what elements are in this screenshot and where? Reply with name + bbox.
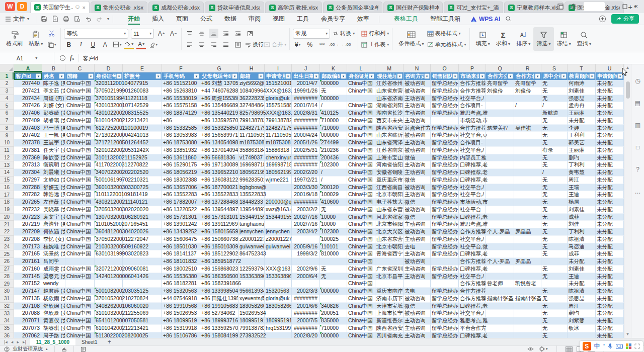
increase-decimal-button[interactable]: .00→ — [329, 40, 339, 49]
cell[interactable]: China中国 — [65, 310, 95, 317]
cell[interactable]: 10000 — [320, 221, 347, 228]
cell[interactable]: 留学总经办 — [431, 303, 459, 310]
cell[interactable]: 留学总经办 — [431, 125, 459, 132]
cell[interactable]: +86 1391129694 — [200, 221, 238, 228]
cell[interactable]: +86 13439252 — [162, 228, 200, 236]
cell[interactable]: +86 1582391866 — [200, 280, 238, 288]
font-color-button[interactable]: A▾ — [136, 40, 146, 49]
cell[interactable]: / — [320, 102, 347, 110]
freeze-button[interactable]: 冻结 ▾ — [554, 27, 574, 51]
cell[interactable]: 新航道 — [541, 110, 568, 117]
row-header-27[interactable]: 27 — [0, 266, 14, 273]
cell[interactable]: 2000/7/5 — [292, 317, 320, 325]
comment-icon[interactable]: 🗨 — [75, 5, 80, 10]
cell[interactable]: 留学总经办 — [431, 191, 459, 199]
cell[interactable]: 956613934 — [238, 288, 265, 295]
document-tab[interactable]: S公务员国企事业单位 — [323, 2, 382, 13]
cell[interactable]: +86 18874129 — [162, 110, 200, 117]
more-icon[interactable]: … — [635, 188, 641, 195]
cell[interactable]: +86 15026953 — [162, 310, 200, 317]
cell[interactable]: 2002/2/20 — [292, 169, 320, 177]
cell[interactable]: China中国 — [347, 147, 375, 154]
docer-icon[interactable]: D — [17, 2, 27, 11]
cell[interactable]: 江苏省徐州 — [375, 80, 404, 87]
cell[interactable]: 207313 — [14, 161, 42, 169]
cell[interactable]: 未分配 — [596, 303, 624, 310]
cell[interactable] — [568, 332, 596, 338]
comma-style-button[interactable]: ⁹⁰⁰ — [317, 40, 327, 49]
cell[interactable]: China中国 — [65, 169, 95, 177]
row-header-25[interactable]: 25 — [0, 250, 14, 258]
cell[interactable]: 无 — [541, 214, 568, 221]
cell[interactable]: 合作方推荐 — [459, 288, 486, 295]
cell[interactable]: 韩浩远 (男) — [42, 191, 65, 199]
cell[interactable] — [486, 139, 514, 147]
cell[interactable]: 150269534 — [238, 310, 265, 317]
cell[interactable]: 未分配 — [596, 250, 624, 258]
cell[interactable]: 蒯玓 — [568, 310, 596, 317]
row-header-29[interactable]: 29 — [0, 280, 14, 288]
cell[interactable]: 2000/6/4 — [292, 273, 320, 281]
cell[interactable]: China中国 — [65, 139, 95, 147]
column-header-B[interactable]: B — [42, 64, 65, 72]
cell[interactable]: 重庆重庆市 — [375, 177, 404, 184]
cell[interactable]: 陈子逸 (男) — [42, 80, 65, 87]
ime-punctuation[interactable]: ’ — [603, 343, 605, 350]
ime-keyboard-icon[interactable] — [616, 344, 623, 349]
cell[interactable]: 2001/9/18 — [292, 191, 320, 199]
cell[interactable] — [292, 258, 320, 266]
row-header-9[interactable]: 9 — [0, 132, 14, 139]
cell[interactable]: 山东省临沂 — [375, 132, 404, 139]
cell[interactable]: +86 周煜155380 — [200, 95, 238, 103]
cell[interactable]: 207426 — [14, 102, 42, 110]
sort-button[interactable]: A 排序 ▾ — [513, 27, 533, 51]
cell[interactable] — [514, 206, 541, 214]
cell[interactable]: 主动咨询 — [404, 325, 431, 332]
search-icon[interactable] — [505, 16, 512, 22]
cell[interactable]: 无 — [541, 154, 568, 162]
column-header-G[interactable]: G — [200, 64, 238, 72]
cell[interactable]: 2003/2/2 — [292, 206, 320, 214]
clear-format-button[interactable]: ▾ — [148, 40, 158, 49]
cell[interactable]: 无 — [541, 117, 568, 125]
cell[interactable]: ######## — [292, 161, 320, 169]
menu-tab-智能工具箱[interactable]: 智能工具箱 — [424, 13, 466, 25]
cell[interactable]: 无 — [541, 125, 568, 132]
filter-dropdown-icon[interactable]: ▾ — [535, 73, 540, 79]
cell[interactable]: 丁利利 — [568, 132, 596, 139]
cell[interactable]: 无 — [541, 206, 568, 214]
cell[interactable]: 江西省南昌 — [375, 184, 404, 192]
cell[interactable]: 2005/9/16 — [292, 243, 320, 251]
cell[interactable]: China中国 — [65, 266, 95, 273]
cell[interactable]: 强思喆 — [568, 295, 596, 303]
cell[interactable]: China中国 — [347, 221, 375, 228]
cell[interactable]: 孟冉冉 — [568, 102, 596, 110]
cell[interactable] — [514, 147, 541, 154]
cell[interactable]: 留学总经办 — [431, 295, 459, 303]
cell[interactable]: 赵君婷 (女) — [42, 288, 65, 295]
cell[interactable] — [514, 199, 541, 206]
cell[interactable]: 杨眉 — [568, 199, 596, 206]
cell[interactable] — [431, 280, 459, 288]
cell[interactable] — [320, 280, 347, 288]
cell[interactable]: 口碑推荐,老 — [459, 332, 486, 338]
cell[interactable]: +86 1355228338 — [200, 191, 238, 199]
cell[interactable]: China中国 — [347, 273, 375, 281]
cut-icon[interactable] — [47, 29, 56, 38]
cell[interactable]: 180562199 — [238, 169, 265, 177]
cell[interactable]: +86 15290175 — [162, 161, 200, 169]
cell[interactable]: 15886318 — [265, 147, 292, 154]
cell[interactable]: 207232 — [14, 206, 42, 214]
cell[interactable]: +86 52734062 — [200, 310, 238, 317]
cell[interactable]: +86 1991056836 — [200, 303, 238, 310]
cell[interactable]: China中国 — [347, 125, 375, 132]
cell[interactable]: / — [514, 102, 541, 110]
cell[interactable]: China中国 — [65, 303, 95, 310]
row-header-16[interactable]: 16 — [0, 184, 14, 192]
cell[interactable]: 1999/3/2 — [292, 250, 320, 258]
cell[interactable]: ######## — [292, 325, 320, 332]
borders-button[interactable]: ▾ — [112, 40, 122, 49]
cell[interactable]: 北京市昌平 — [375, 273, 404, 281]
filter-header-cell[interactable]: 合作方名称▾ — [514, 72, 541, 80]
cell[interactable]: 未分配 — [596, 169, 624, 177]
